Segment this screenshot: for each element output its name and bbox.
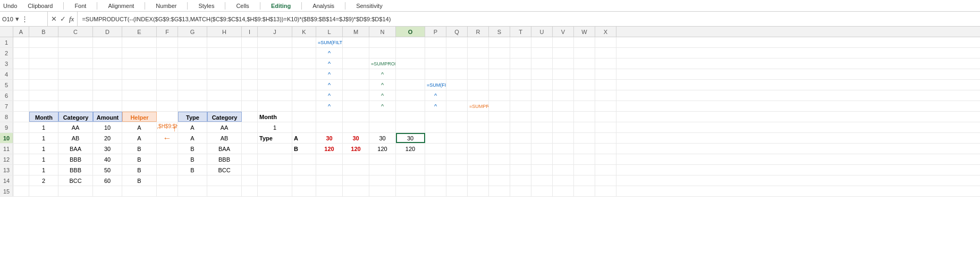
cell-Q11[interactable] bbox=[446, 144, 468, 154]
cell-S12[interactable] bbox=[489, 154, 510, 164]
col-header-W[interactable]: W bbox=[574, 27, 595, 37]
cell-E4[interactable] bbox=[122, 69, 157, 79]
cell-T9[interactable] bbox=[510, 122, 531, 132]
cell-U11[interactable] bbox=[531, 144, 553, 154]
cell-D9[interactable]: 10 bbox=[93, 122, 122, 132]
cell-I1[interactable] bbox=[242, 37, 258, 47]
cell-T6[interactable] bbox=[510, 90, 531, 100]
cell-C9[interactable]: AA bbox=[58, 122, 93, 132]
cell-I13[interactable] bbox=[242, 165, 258, 175]
cell-N3[interactable]: =SUMPRODUCT(--(K10=$E$9:$E$14),--(J9=$B$… bbox=[369, 58, 396, 69]
cell-N1[interactable] bbox=[369, 37, 396, 47]
cell-K1[interactable] bbox=[292, 37, 316, 47]
more-options-icon[interactable]: ⋮ bbox=[21, 15, 28, 23]
cell-P10[interactable] bbox=[425, 133, 446, 143]
cell-F3[interactable] bbox=[157, 58, 178, 69]
cell-P9[interactable] bbox=[425, 122, 446, 132]
cell-H7[interactable] bbox=[207, 101, 242, 111]
cell-G1[interactable] bbox=[178, 37, 207, 47]
cell-M5[interactable] bbox=[343, 80, 369, 90]
cell-U13[interactable] bbox=[531, 165, 553, 175]
cell-W2[interactable] bbox=[574, 48, 595, 58]
cell-S9[interactable] bbox=[489, 122, 510, 132]
cell-O1[interactable] bbox=[396, 37, 425, 47]
cell-V12[interactable] bbox=[553, 154, 574, 164]
cell-T13[interactable] bbox=[510, 165, 531, 175]
cell-T1[interactable] bbox=[510, 37, 531, 47]
cell-M8[interactable] bbox=[343, 112, 369, 122]
cell-T8[interactable] bbox=[510, 112, 531, 122]
cell-K4[interactable] bbox=[292, 69, 316, 79]
cell-O3[interactable] bbox=[396, 58, 425, 69]
cell-J11[interactable] bbox=[258, 144, 292, 154]
cell-B5[interactable] bbox=[29, 80, 58, 90]
cell-S5[interactable] bbox=[489, 80, 510, 90]
cell-R6[interactable] bbox=[468, 90, 489, 100]
cell-H15[interactable] bbox=[207, 186, 242, 196]
cell-V1[interactable] bbox=[553, 37, 574, 47]
cell-I3[interactable] bbox=[242, 58, 258, 69]
cell-G11[interactable]: B bbox=[178, 144, 207, 154]
cell-B12[interactable]: 1 bbox=[29, 154, 58, 164]
cell-G7[interactable] bbox=[178, 101, 207, 111]
cell-J1[interactable] bbox=[258, 37, 292, 47]
cell-T15[interactable] bbox=[510, 186, 531, 196]
cell-Q8[interactable] bbox=[446, 112, 468, 122]
cell-I6[interactable] bbox=[242, 90, 258, 100]
cell-R12[interactable] bbox=[468, 154, 489, 164]
cell-U15[interactable] bbox=[531, 186, 553, 196]
cell-F13[interactable] bbox=[157, 165, 178, 175]
cell-O7[interactable] bbox=[396, 101, 425, 111]
cell-Q15[interactable] bbox=[446, 186, 468, 196]
cell-U6[interactable] bbox=[531, 90, 553, 100]
cell-L15[interactable] bbox=[316, 186, 343, 196]
cell-O14[interactable] bbox=[396, 175, 425, 186]
cell-Q5[interactable] bbox=[446, 80, 468, 90]
cell-N15[interactable] bbox=[369, 186, 396, 196]
cell-B15[interactable] bbox=[29, 186, 58, 196]
cell-L2[interactable]: ^ bbox=[316, 48, 343, 58]
cell-N12[interactable] bbox=[369, 154, 396, 164]
cell-T14[interactable] bbox=[510, 175, 531, 186]
cell-V2[interactable] bbox=[553, 48, 574, 58]
cell-H9[interactable]: AA bbox=[207, 122, 242, 132]
cell-J7[interactable] bbox=[258, 101, 292, 111]
cell-H14[interactable] bbox=[207, 175, 242, 186]
ribbon-styles[interactable]: Styles bbox=[198, 3, 214, 9]
cell-H13[interactable]: BCC bbox=[207, 165, 242, 175]
cell-A7[interactable] bbox=[13, 101, 29, 111]
cell-L14[interactable] bbox=[316, 175, 343, 186]
cell-K13[interactable] bbox=[292, 165, 316, 175]
cell-K10[interactable]: A bbox=[292, 133, 316, 143]
cell-D8[interactable]: Amount bbox=[93, 112, 122, 122]
col-header-M[interactable]: M bbox=[343, 27, 369, 37]
cell-F7[interactable] bbox=[157, 101, 178, 111]
cell-V11[interactable] bbox=[553, 144, 574, 154]
cell-J10[interactable]: Type bbox=[258, 133, 292, 143]
cell-N14[interactable] bbox=[369, 175, 396, 186]
cell-D7[interactable] bbox=[93, 101, 122, 111]
cell-G12[interactable]: B bbox=[178, 154, 207, 164]
cell-M4[interactable] bbox=[343, 69, 369, 79]
cell-H5[interactable] bbox=[207, 80, 242, 90]
cell-S15[interactable] bbox=[489, 186, 510, 196]
cell-X3[interactable] bbox=[595, 58, 616, 69]
cell-P11[interactable] bbox=[425, 144, 446, 154]
cell-C6[interactable] bbox=[58, 90, 93, 100]
cell-D15[interactable] bbox=[93, 186, 122, 196]
cell-G3[interactable] bbox=[178, 58, 207, 69]
cell-D2[interactable] bbox=[93, 48, 122, 58]
ribbon-undo[interactable]: Undo bbox=[3, 3, 17, 9]
cell-K9[interactable] bbox=[292, 122, 316, 132]
cell-A10[interactable] bbox=[13, 133, 29, 143]
cell-C8[interactable]: Category bbox=[58, 112, 93, 122]
cell-R11[interactable] bbox=[468, 144, 489, 154]
cell-V14[interactable] bbox=[553, 175, 574, 186]
cell-W11[interactable] bbox=[574, 144, 595, 154]
cell-Q14[interactable] bbox=[446, 175, 468, 186]
cell-I14[interactable] bbox=[242, 175, 258, 186]
ribbon-number[interactable]: Number bbox=[156, 3, 176, 9]
cell-G8[interactable]: Type bbox=[178, 112, 207, 122]
cell-K12[interactable] bbox=[292, 154, 316, 164]
ribbon-cells[interactable]: Cells bbox=[236, 3, 249, 9]
